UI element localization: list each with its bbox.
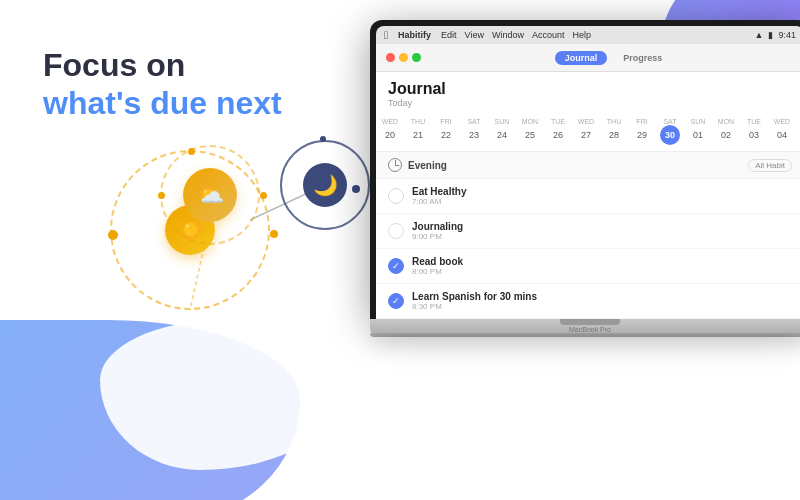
date-cell[interactable]: Sat 30 (656, 116, 684, 147)
habit-time: 8:00 PM (412, 267, 463, 276)
laptop-brand-label: MacBook Pro (569, 326, 611, 333)
journal-subtitle: Today (388, 98, 792, 108)
menubar-help[interactable]: Help (572, 30, 591, 40)
section-label: Evening (388, 158, 447, 172)
menubar-view[interactable]: View (465, 30, 484, 40)
date-cell[interactable]: Sun 01 (684, 116, 712, 147)
headline-line2: what's due next (43, 84, 282, 122)
habit-checkbox[interactable] (388, 223, 404, 239)
date-cell[interactable]: Thu 21 (404, 116, 432, 147)
habit-item[interactable]: ✓ Learn Spanish for 30 mins 8:30 PM (376, 284, 800, 319)
habit-checkbox[interactable] (388, 188, 404, 204)
habit-time: 7:00 AM (412, 197, 466, 206)
tab-progress[interactable]: Progress (613, 51, 672, 65)
apple-menu-icon[interactable]:  (384, 29, 388, 41)
journal-header: Journal Today (376, 72, 800, 112)
laptop-base: MacBook Pro (370, 319, 800, 333)
date-cell[interactable]: Wed 27 (572, 116, 600, 147)
habit-name: Journaling (412, 221, 463, 232)
menubar-edit[interactable]: Edit (441, 30, 457, 40)
time-display: 9:41 (778, 30, 796, 40)
menubar-app-name[interactable]: Habitify (398, 30, 431, 40)
date-strip: Wed 20 Thu 21 Fri 22 Sat 23 Sun 24 Mon 2… (376, 112, 800, 152)
laptop:  Habitify Edit View Window Account Help… (370, 20, 800, 337)
date-cell[interactable]: Tue 03 (740, 116, 768, 147)
orbit-dot-med-1 (158, 192, 165, 199)
habit-item[interactable]: Eat Healthy 7:00 AM (376, 179, 800, 214)
date-cell[interactable]: Wed 04 (768, 116, 796, 147)
orbit-dot-sm-2 (320, 136, 326, 142)
habit-name: Learn Spanish for 30 mins (412, 291, 537, 302)
moon-icon: 🌙 (303, 163, 347, 207)
left-panel: Focus on what's due next (43, 46, 282, 123)
minimize-button[interactable] (399, 53, 408, 62)
menubar-window[interactable]: Window (492, 30, 524, 40)
menubar-right: ▲ ▮ 9:41 (755, 30, 796, 40)
tab-journal[interactable]: Journal (555, 51, 608, 65)
laptop-foot (370, 333, 800, 337)
close-button[interactable] (386, 53, 395, 62)
habit-list: Eat Healthy 7:00 AM Journaling 9:00 PM ✓… (376, 179, 800, 319)
headline-line1: Focus on (43, 46, 282, 84)
date-cell[interactable]: Thu 28 (600, 116, 628, 147)
date-cell[interactable]: Fri 22 (432, 116, 460, 147)
habit-name: Read book (412, 256, 463, 267)
date-cell[interactable]: Fri 29 (628, 116, 656, 147)
wifi-icon: ▲ (755, 30, 764, 40)
habit-item[interactable]: ✓ Read book 8:00 PM (376, 249, 800, 284)
laptop-screen-bezel:  Habitify Edit View Window Account Help… (376, 26, 800, 319)
habit-checkbox[interactable]: ✓ (388, 258, 404, 274)
app-toolbar: Journal Progress (376, 44, 800, 72)
maximize-button[interactable] (412, 53, 421, 62)
habit-time: 9:00 PM (412, 232, 463, 241)
orbit-dot-med-2 (260, 192, 267, 199)
cloud-icon: ⛅ (183, 168, 237, 222)
habit-info: Learn Spanish for 30 mins 8:30 PM (412, 291, 537, 311)
habit-info: Eat Healthy 7:00 AM (412, 186, 466, 206)
orbit-dot-2 (270, 230, 278, 238)
date-cell[interactable]: Wed 20 (376, 116, 404, 147)
battery-icon: ▮ (768, 30, 773, 40)
habit-name: Eat Healthy (412, 186, 466, 197)
date-cell[interactable]: Mon 02 (712, 116, 740, 147)
menubar-account[interactable]: Account (532, 30, 565, 40)
section-name: Evening (408, 160, 447, 171)
habit-time: 8:30 PM (412, 302, 537, 311)
habit-item[interactable]: Journaling 9:00 PM (376, 214, 800, 249)
journal-title: Journal (388, 80, 792, 98)
orbit-dot-sm-1 (352, 185, 360, 193)
menubar-items: Edit View Window Account Help (441, 30, 591, 40)
section-header: Evening All Habit (376, 152, 800, 179)
date-cell[interactable]: Sat 23 (460, 116, 488, 147)
date-cell[interactable]: Tue 26 (544, 116, 572, 147)
laptop-screen-outer:  Habitify Edit View Window Account Help… (370, 20, 800, 319)
habit-info: Journaling 9:00 PM (412, 221, 463, 241)
traffic-lights (386, 53, 421, 62)
orbit-dot-1 (108, 230, 118, 240)
all-habit-badge[interactable]: All Habit (748, 159, 792, 172)
habit-checkbox[interactable]: ✓ (388, 293, 404, 309)
date-cell[interactable]: Mon 25 (516, 116, 544, 147)
date-cell[interactable]: Sun 24 (488, 116, 516, 147)
laptop-notch (560, 319, 620, 325)
journal-area: Journal Today Wed 20 Thu 21 Fri 22 Sat 2… (376, 72, 800, 319)
macos-menubar:  Habitify Edit View Window Account Help… (376, 26, 800, 44)
habit-info: Read book 8:00 PM (412, 256, 463, 276)
